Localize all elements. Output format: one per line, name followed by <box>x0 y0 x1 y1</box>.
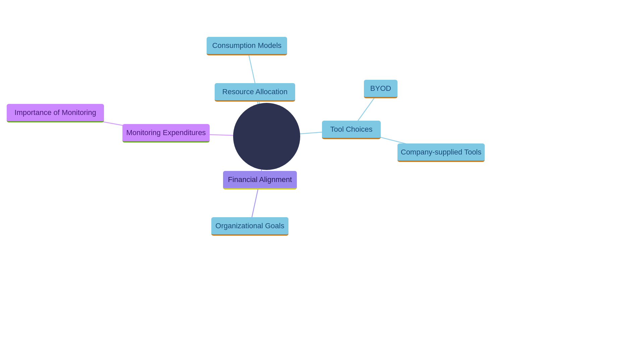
monitoring-expenditures-label: Monitoring Expenditures <box>126 128 206 137</box>
company-supplied-tools-label: Company-supplied Tools <box>401 148 482 157</box>
organizational-goals-label: Organizational Goals <box>215 222 284 230</box>
monitoring-expenditures[interactable]: Monitoring Expenditures <box>122 124 210 142</box>
company-supplied-tools[interactable]: Company-supplied Tools <box>397 143 485 162</box>
byod[interactable]: BYOD <box>364 80 397 98</box>
financial-alignment[interactable]: Financial Alignment <box>223 171 297 189</box>
organizational-goals[interactable]: Organizational Goals <box>211 217 288 236</box>
resource-allocation[interactable]: Resource Allocation <box>215 83 295 102</box>
center-node[interactable] <box>233 103 300 170</box>
consumption-models-label: Consumption Models <box>212 41 282 50</box>
tool-choices-label: Tool Choices <box>330 125 373 134</box>
tool-choices[interactable]: Tool Choices <box>322 121 381 139</box>
importance-of-monitoring-label: Importance of Monitoring <box>14 108 96 117</box>
resource-allocation-label: Resource Allocation <box>222 87 287 96</box>
consumption-models[interactable]: Consumption Models <box>207 37 287 55</box>
financial-alignment-label: Financial Alignment <box>228 175 292 184</box>
importance-of-monitoring[interactable]: Importance of Monitoring <box>7 104 104 122</box>
byod-label: BYOD <box>370 84 391 93</box>
